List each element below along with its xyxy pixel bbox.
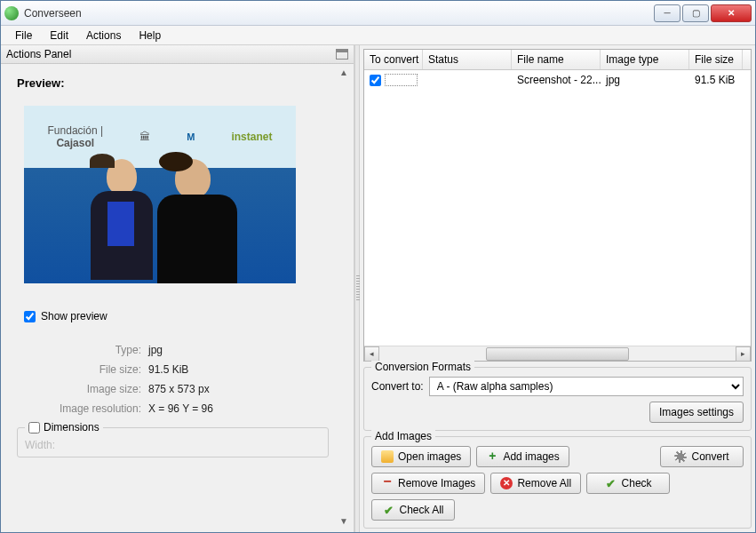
meta-imgsize-label: Image size: [24, 383, 148, 395]
conversion-legend: Conversion Formats [371, 361, 474, 373]
meta-res-val: X = 96 Y = 96 [148, 402, 213, 415]
menu-help[interactable]: Help [130, 28, 170, 44]
splitter-handle[interactable] [354, 45, 360, 532]
row-size: 91.5 KiB [689, 70, 743, 90]
scroll-down-icon[interactable]: ▼ [338, 516, 350, 529]
remove-images-button[interactable]: −Remove Images [371, 473, 485, 494]
horizontal-scrollbar[interactable]: ◂ ▸ [364, 346, 751, 361]
menubar: File Edit Actions Help [1, 26, 755, 45]
preview-meta: Type:jpg File size:91.5 KiB Image size:8… [24, 344, 332, 415]
check-button[interactable]: ✔Check [586, 473, 670, 494]
row-checkbox[interactable] [370, 75, 381, 86]
meta-imgsize-val: 875 x 573 px [148, 383, 210, 395]
meta-type-val: jpg [148, 344, 163, 356]
add-images-group: Add Images Open images +Add images Conve… [363, 436, 752, 529]
add-images-button[interactable]: +Add images [476, 446, 569, 467]
col-convert[interactable]: To convert [364, 50, 423, 69]
col-type[interactable]: Image type [601, 50, 689, 69]
actions-panel: Actions Panel ▲ Preview: Fundación | Caj… [1, 45, 354, 532]
meta-res-label: Image resolution: [24, 402, 148, 415]
scroll-right-icon[interactable]: ▸ [736, 346, 751, 362]
convert-to-label: Convert to: [371, 380, 424, 393]
check-icon: ✔ [605, 477, 617, 489]
app-icon [4, 6, 19, 20]
file-table: To convert Status File name Image type F… [363, 49, 752, 362]
maximize-button[interactable]: ▢ [682, 4, 709, 22]
convert-button[interactable]: Convert [660, 446, 744, 467]
show-preview-label: Show preview [41, 310, 107, 322]
preview-image: Fundación | Cajasol 🏛 M instanet [24, 106, 296, 283]
close-button[interactable]: ✕ [711, 4, 752, 22]
titlebar[interactable]: Converseen ─ ▢ ✕ [1, 1, 755, 26]
preview-title: Preview: [17, 76, 332, 90]
table-row[interactable]: Screenshot - 22... jpg 91.5 KiB [364, 70, 751, 90]
window-title: Converseen [24, 7, 652, 20]
show-preview-checkbox[interactable] [24, 311, 36, 322]
folder-icon [381, 450, 394, 463]
col-filename[interactable]: File name [512, 50, 601, 69]
scroll-up-icon[interactable]: ▲ [338, 68, 350, 80]
col-size[interactable]: File size [689, 50, 743, 69]
row-filename: Screenshot - 22... [512, 70, 601, 90]
menu-file[interactable]: File [6, 28, 41, 44]
minimize-button[interactable]: ─ [654, 4, 680, 22]
row-type: jpg [601, 70, 689, 90]
open-images-button[interactable]: Open images [371, 446, 471, 467]
dimensions-label: Dimensions [44, 421, 99, 434]
undock-icon[interactable] [336, 49, 348, 60]
convert-to-select[interactable]: A - (Raw alpha samples) [429, 377, 744, 396]
check-all-button[interactable]: ✔Check All [371, 499, 455, 521]
menu-edit[interactable]: Edit [41, 28, 77, 44]
scroll-left-icon[interactable]: ◂ [364, 346, 379, 362]
main-area: To convert Status File name Image type F… [360, 45, 755, 532]
row-status [423, 70, 512, 90]
check-icon: ✔ [382, 504, 394, 516]
scroll-thumb[interactable] [486, 347, 628, 361]
actions-panel-header[interactable]: Actions Panel [1, 45, 354, 64]
app-window: Converseen ─ ▢ ✕ File Edit Actions Help … [0, 0, 756, 533]
remove-all-button[interactable]: ✕Remove All [490, 473, 581, 494]
plus-icon: + [486, 450, 498, 463]
meta-size-val: 91.5 KiB [148, 363, 188, 376]
add-images-legend: Add Images [371, 430, 435, 442]
actions-panel-title: Actions Panel [6, 48, 71, 60]
row-focus-box [385, 74, 418, 86]
col-status[interactable]: Status [423, 50, 512, 69]
dimensions-checkbox[interactable] [28, 422, 40, 434]
menu-actions[interactable]: Actions [77, 28, 130, 44]
conversion-formats-group: Conversion Formats Convert to: A - (Raw … [363, 367, 752, 431]
meta-type-label: Type: [24, 344, 148, 356]
actions-panel-body: ▲ Preview: Fundación | Cajasol 🏛 M insta… [1, 64, 354, 532]
gear-icon [674, 450, 687, 463]
x-icon: ✕ [500, 477, 513, 489]
images-settings-button[interactable]: Images settings [649, 402, 744, 423]
dimensions-group: Dimensions Width: [17, 427, 329, 457]
minus-icon: − [381, 477, 394, 489]
width-label: Width: [25, 434, 321, 451]
meta-size-label: File size: [24, 363, 148, 376]
